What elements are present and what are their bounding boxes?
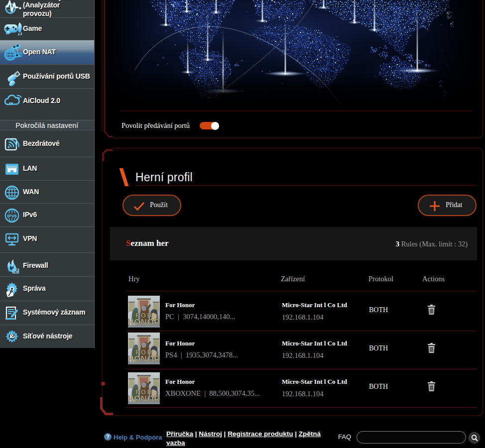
svg-text:IPV6: IPV6 [7,214,17,219]
